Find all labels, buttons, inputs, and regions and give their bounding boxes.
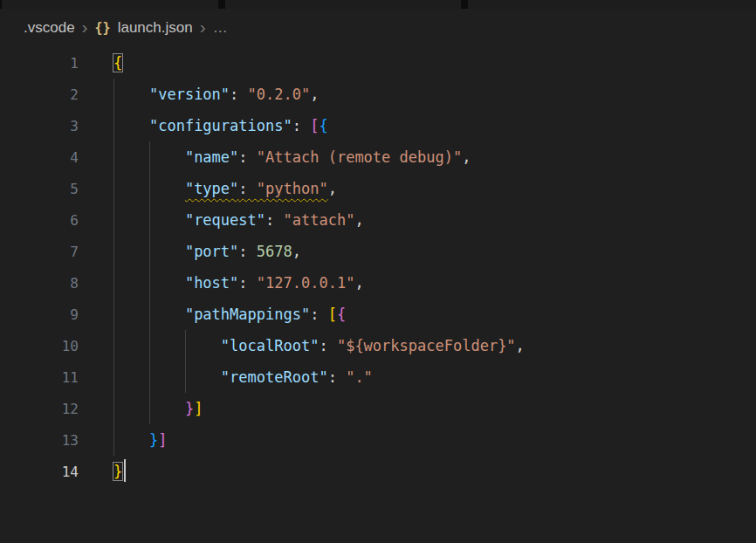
code-token: "127.0.0.1" <box>257 274 355 292</box>
code-token: "python" <box>257 180 328 197</box>
bracket-match: } <box>113 463 122 480</box>
json-file-icon: {} <box>95 20 111 36</box>
code-text: "type": "python", <box>79 173 337 204</box>
code-token: [ <box>328 306 337 323</box>
code-token: : <box>238 274 256 292</box>
breadcrumb-file[interactable]: launch.json <box>118 19 193 37</box>
line-number[interactable]: 7 <box>0 244 79 260</box>
breadcrumb: .vscode › {} launch.json › … <box>0 9 756 47</box>
tab-remnant <box>2 0 218 9</box>
indent-guide <box>113 79 114 456</box>
code-token: } <box>149 431 158 449</box>
code-token: ] <box>158 431 167 449</box>
code-token: : <box>238 180 256 197</box>
bracket-match: { <box>113 54 122 72</box>
line-number[interactable]: 3 <box>0 118 79 134</box>
code-token: "." <box>346 368 373 386</box>
code-token: 5678 <box>257 243 292 260</box>
code-token: [ <box>310 117 319 134</box>
code-token: "port" <box>185 243 238 260</box>
chevron-right-icon: › <box>82 17 88 36</box>
code-token: "pathMappings" <box>185 306 310 323</box>
code-token: "localRoot" <box>221 337 320 354</box>
line-number[interactable]: 12 <box>0 401 79 417</box>
line-number[interactable]: 6 <box>0 212 79 229</box>
text-cursor <box>124 459 126 482</box>
code-token: "remoteRoot" <box>221 368 328 386</box>
code-token: "name" <box>185 148 238 166</box>
code-token: , <box>462 148 471 166</box>
tab-remnant <box>225 0 461 9</box>
code-text: "configurations": [{ <box>79 110 328 141</box>
code-line[interactable]: 14} <box>0 456 756 487</box>
line-number[interactable]: 14 <box>0 464 79 480</box>
code-token: : <box>292 117 310 134</box>
code-token: "request" <box>185 211 265 229</box>
code-token: "${workspaceFolder}" <box>337 337 516 354</box>
line-number[interactable]: 9 <box>0 306 79 323</box>
line-number[interactable]: 5 <box>0 181 79 197</box>
code-token: : <box>319 337 336 354</box>
code-text: "port": 5678, <box>79 236 301 267</box>
code-token: : <box>238 148 256 166</box>
code-token: , <box>292 243 301 260</box>
code-text: { <box>79 47 122 79</box>
code-text: "pathMappings": [{ <box>79 299 346 330</box>
code-line[interactable]: 1{ <box>0 47 756 79</box>
code-token: { <box>337 306 346 323</box>
code-token: "type" <box>185 180 238 197</box>
code-token: "host" <box>185 274 238 292</box>
code-token: : <box>310 306 327 323</box>
code-token: "0.2.0" <box>248 86 311 103</box>
code-token: { <box>319 117 327 134</box>
tab-remnant <box>468 0 756 9</box>
code-text: }] <box>79 393 203 424</box>
indent-guide <box>185 330 186 393</box>
code-text: "version": "0.2.0", <box>79 79 319 110</box>
code-token <box>113 86 149 103</box>
code-lines[interactable]: 1{2 "version": "0.2.0",3 "configurations… <box>0 47 756 487</box>
code-text: }] <box>79 424 167 456</box>
code-token: : <box>328 368 346 386</box>
code-token: , <box>354 274 363 292</box>
line-number[interactable]: 4 <box>0 149 79 166</box>
code-token: "version" <box>149 86 230 103</box>
code-token: , <box>516 337 525 354</box>
code-token: "attach" <box>284 211 355 229</box>
code-token: : <box>238 243 256 260</box>
code-token: : <box>265 211 283 229</box>
code-token: "Attach (remote debug)" <box>257 148 462 166</box>
code-text: "name": "Attach (remote debug)", <box>79 141 471 173</box>
code-token: ] <box>194 400 203 417</box>
code-token: } <box>185 400 194 417</box>
tab-bar-edge <box>0 0 756 9</box>
code-text: "request": "attach", <box>79 204 364 236</box>
line-number[interactable]: 2 <box>0 86 79 103</box>
line-number[interactable]: 11 <box>0 369 79 386</box>
code-text: } <box>79 456 126 487</box>
code-token <box>113 337 221 354</box>
line-number[interactable]: 10 <box>0 338 79 354</box>
code-token <box>113 368 221 386</box>
indent-guide <box>149 141 150 424</box>
code-token <box>113 431 149 449</box>
code-token: , <box>354 211 363 229</box>
chevron-right-icon: › <box>200 17 206 36</box>
code-token: , <box>328 180 337 197</box>
line-number[interactable]: 13 <box>0 432 79 449</box>
line-number[interactable]: 1 <box>0 55 79 72</box>
breadcrumb-more[interactable]: … <box>213 19 229 37</box>
line-number[interactable]: 8 <box>0 275 79 292</box>
breadcrumb-folder[interactable]: .vscode <box>24 19 75 37</box>
code-token: : <box>230 86 247 103</box>
code-text: "remoteRoot": "." <box>79 361 373 393</box>
code-text: "localRoot": "${workspaceFolder}", <box>79 330 525 361</box>
code-token: , <box>310 86 319 103</box>
code-text: "host": "127.0.0.1", <box>79 267 364 299</box>
code-token: "configurations" <box>149 117 292 134</box>
code-token <box>113 117 149 134</box>
